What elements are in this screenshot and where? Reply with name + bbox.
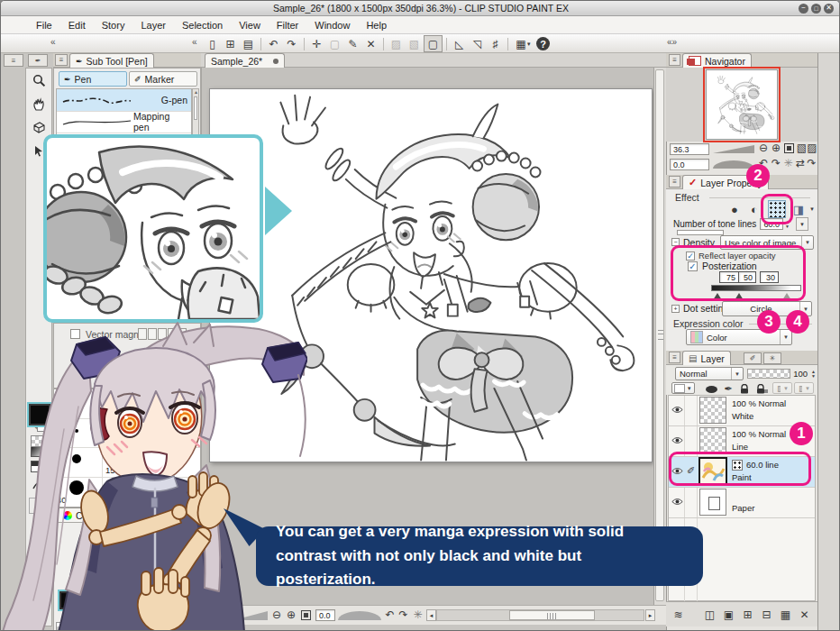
visibility-eye-icon[interactable] [671,467,683,475]
layer-mask-icon[interactable]: ▦ [779,608,792,621]
opacity-slider[interactable] [747,369,790,379]
navigator-rotation-value[interactable]: 0.0 [670,159,709,170]
transform-icon[interactable]: ✕ [362,38,379,50]
open-icon[interactable]: ⊞ [222,38,239,50]
menu-layer[interactable]: Layer [132,16,174,33]
document-tab[interactable]: Sample_26* [205,53,285,68]
posterization-value-2[interactable]: 50 [739,271,756,283]
rotate-ccw-icon[interactable]: ↶ [383,608,397,621]
nav-zoom-in-icon[interactable]: ⊕ [770,142,782,154]
collapse-toolbar-icon[interactable]: « [192,37,197,47]
blend-oval-icon[interactable] [706,386,717,393]
delete-layer-icon[interactable]: ✕ [798,608,811,621]
subtool-group-marker[interactable]: ✐Marker [129,71,197,87]
nav-reset-icon[interactable]: ✳ [782,157,794,169]
combine-layer-icon[interactable]: ◫ [703,608,717,621]
rotate-cw-icon[interactable]: ↷ [397,608,410,621]
navigator-zoom-value[interactable]: 36.3 [670,143,709,155]
subtool-menu-icon[interactable]: ≡ [55,54,68,66]
scroll-left-icon[interactable]: ◂ [426,609,436,621]
subtool-group-pen[interactable]: ✒Pen [59,71,127,87]
subtool-panel-tab[interactable]: ✒ Sub Tool [Pen] [69,53,154,68]
new-folder-icon[interactable]: ⊟ [760,608,773,621]
visibility-eye-icon[interactable] [671,406,683,414]
layer-thumbnail[interactable] [699,397,726,424]
visibility-eye-icon[interactable] [671,436,683,444]
subtool-item-mapping-pen[interactable]: Mapping pen [57,112,191,134]
collapse-right-icons[interactable]: «» [667,37,677,47]
menu-edit[interactable]: Edit [60,16,94,33]
expression-color-dropdown[interactable]: Color▼ [686,329,792,345]
layer-row-white[interactable]: 100 % Normal White [669,396,815,426]
reset-rotation-icon[interactable]: ✳ [411,608,425,621]
help-icon[interactable]: ? [536,37,550,50]
tool-palette-menu-tab[interactable]: ≡ [4,54,23,67]
deselect-icon[interactable]: ▨ [388,38,405,50]
layer-comp-tab-icon[interactable]: ✳ [763,352,781,364]
rotation-slider[interactable] [338,611,381,620]
navigator-view-frame[interactable] [703,67,781,142]
selection-border-icon[interactable]: ▢ [424,35,443,52]
tone-lines-value[interactable]: 60.0 [760,218,783,230]
nav-actual-size-icon[interactable] [784,143,794,153]
navigator-menu-icon[interactable]: ≡ [669,54,680,66]
lock-layer-icon[interactable] [738,382,751,395]
save-icon[interactable]: ▤ [240,38,257,50]
document-close-dot-icon[interactable] [273,59,278,64]
layer-menu-icon[interactable]: ≡ [669,352,680,363]
nav-flip-horizontal-icon[interactable]: ⇄ [794,157,807,169]
tone-lines-spinner[interactable]: ▲▼ [785,218,790,230]
draft-layer-icon[interactable]: ✒ [722,382,735,395]
menu-help[interactable]: Help [358,16,395,33]
new-layer-icon[interactable]: ▣ [722,608,735,621]
material-icon[interactable]: ▦▼ [512,38,535,50]
opacity-spinner[interactable]: ▲▼ [811,368,816,380]
dot-settings-expand-icon[interactable]: + [671,305,680,313]
nav-reset-rotation-icon[interactable]: ↷ [806,157,817,169]
new-vector-layer-icon[interactable]: ⊞ [741,608,754,621]
mask-dropdown-disabled[interactable]: ▨▼ [772,382,792,394]
transfer-layer-icon[interactable]: ≋ [671,608,685,621]
nav-fit-screen-icon[interactable]: ▨ [807,142,817,154]
opacity-value[interactable]: 100 [792,367,810,380]
density-collapse-icon[interactable]: − [671,238,680,246]
menu-story[interactable]: Story [94,16,133,33]
visibility-eye-icon[interactable] [671,498,683,506]
menu-filter[interactable]: Filter [269,16,306,33]
layer-search-tab-icon[interactable]: ✐ [744,352,762,364]
effect-layer-color-icon[interactable]: ◨ [790,200,807,218]
tone-lines-dropdown-icon[interactable]: ▼ [796,217,808,231]
posterization-checkbox[interactable]: ✓ [688,261,698,271]
layer-row-paint[interactable]: ✐ 60.0 line Paint [669,457,815,488]
eraser-icon[interactable]: ✎ [344,38,361,50]
navigator-tab[interactable]: Navigator [682,53,752,68]
menu-window[interactable]: Window [306,16,358,33]
minimize-button[interactable]: − [799,4,808,14]
tool-palette-tab[interactable]: ✒ [28,54,48,67]
posterization-gradient-bar[interactable] [711,285,801,291]
snap-special-ruler-icon[interactable]: ◹ [469,38,486,50]
canvas-horizontal-scrollbar[interactable] [436,609,644,621]
effect-halftone-icon[interactable] [768,200,786,218]
effect-tone-icon[interactable]: ◐ [745,200,763,218]
blend-mode-dropdown[interactable]: Normal▼ [675,367,744,380]
move-icon[interactable]: ✛ [308,38,325,50]
invert-selection-icon[interactable]: ▧ [406,38,423,50]
nav-rotate-cw-icon[interactable]: ↷ [770,157,782,169]
undo-icon[interactable]: ↶ [265,38,282,50]
layer-row-paper[interactable]: Paper [669,488,815,518]
palette-color-dropdown[interactable]: ▼ [671,382,695,394]
posterization-handle-1[interactable] [713,293,722,300]
selection-icon[interactable]: ▢ [326,38,343,50]
menu-file[interactable]: File [28,16,60,33]
menu-selection[interactable]: Selection [174,16,231,33]
snap-ruler-icon[interactable]: ◺ [451,38,468,50]
density-dropdown[interactable]: Use color of image▼ [720,235,814,250]
posterization-value-3[interactable]: 30 [760,271,779,283]
collapse-left-icon[interactable]: « [50,37,56,47]
posterization-value-1[interactable]: 75 [719,271,739,283]
hand-tool-icon[interactable] [26,92,51,115]
ruler-dropdown-disabled[interactable]: ▧▼ [794,382,814,394]
layer-thumbnail[interactable] [698,457,727,486]
layer-thumbnail[interactable] [699,489,726,516]
